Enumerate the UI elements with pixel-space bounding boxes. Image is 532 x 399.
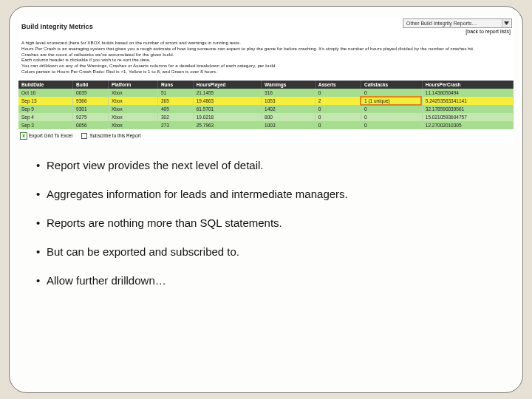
cell-text: 1 (1 unique) xyxy=(364,98,390,103)
cell: Oct 16 xyxy=(18,89,73,97)
cell: 19.0218 xyxy=(193,113,261,121)
cell: 9275 xyxy=(73,113,109,121)
cell: 273 xyxy=(157,121,193,129)
col-warnings[interactable]: Warnings xyxy=(262,81,316,89)
cell: 19.4863 xyxy=(193,97,261,105)
col-hoursplayed[interactable]: HoursPlayed xyxy=(193,81,261,89)
col-asserts[interactable]: Asserts xyxy=(315,81,361,89)
subscribe-icon xyxy=(81,133,87,139)
col-platform[interactable]: Platform xyxy=(108,81,157,89)
cell: 405 xyxy=(157,105,193,113)
report-screenshot: Build Integrity Metrics Other Build Inte… xyxy=(18,17,514,143)
cell: 0 xyxy=(315,121,361,129)
desc-line: A high-level scorecard (here for XBOX bu… xyxy=(21,40,511,46)
cell: 15.0210593604757 xyxy=(422,113,513,121)
report-description: A high-level scorecard (here for XBOX bu… xyxy=(18,35,514,78)
cell: 9366 xyxy=(73,97,109,105)
cell: 302 xyxy=(157,113,193,121)
other-reports-dropdown[interactable]: Other Build Integrity Reports… xyxy=(403,18,512,28)
cell: 11.1438050494 xyxy=(422,89,513,97)
cell: 5.24253583341141 xyxy=(422,97,513,105)
cell: Xbox xyxy=(108,113,157,121)
report-header-right: Other Build Integrity Reports… [back to … xyxy=(403,18,512,34)
col-runs[interactable]: Runs xyxy=(157,81,193,89)
cell: 0 xyxy=(315,105,361,113)
desc-line: You can drilldown on any of the Warnings… xyxy=(21,63,511,69)
slide-frame: Build Integrity Metrics Other Build Inte… xyxy=(9,6,523,393)
cell: 0 xyxy=(361,113,423,121)
table-row[interactable]: Sep 13 9366 Xbox 265 19.4863 1053 2 1 (1… xyxy=(18,97,514,105)
cell: Xbox xyxy=(108,89,157,97)
back-to-report-lists-link[interactable]: [back to report lists] xyxy=(466,29,512,34)
cell: Sep 13 xyxy=(18,97,73,105)
col-builddate[interactable]: BuildDate xyxy=(18,81,73,89)
cell: Sep 4 xyxy=(18,113,73,121)
subscribe-label: Subscribe to this Report xyxy=(89,133,140,138)
desc-line: Each column header is clickable if you w… xyxy=(21,57,511,63)
cell: 0 xyxy=(315,113,361,121)
desc-line: Crashes are the count of callstacks we'v… xyxy=(21,52,511,58)
chevron-down-icon xyxy=(502,19,510,27)
bullet-item: Reports are nothing more than SQL statem… xyxy=(36,216,514,229)
cell: 0 xyxy=(361,89,423,97)
desc-line: Hours Per Crash is an averaging system t… xyxy=(21,46,511,52)
export-label: Export Grid To Excel xyxy=(29,133,72,138)
table-header-row: BuildDate Build Platform Runs HoursPlaye… xyxy=(18,81,514,89)
col-hpc[interactable]: HoursPerCrash xyxy=(422,81,513,89)
cell: 0056 xyxy=(73,121,109,129)
cell: Xbox xyxy=(108,97,157,105)
cell: 0035 xyxy=(73,89,109,97)
col-build[interactable]: Build xyxy=(73,81,109,89)
col-callstacks[interactable]: Callstacks xyxy=(361,81,423,89)
cell: Xbox xyxy=(108,121,157,129)
cell: 12.27002010305 xyxy=(422,121,513,129)
excel-icon: x xyxy=(20,132,27,140)
bullet-item: But can be exported and subscribed to. xyxy=(36,245,514,258)
cell: 21.1455 xyxy=(193,89,261,97)
cell: 0 xyxy=(361,105,423,113)
table-row[interactable]: Sep 9 9301 Xbox 405 61.5701 1402 0 0 32.… xyxy=(18,105,514,113)
cell: 61.5701 xyxy=(193,105,261,113)
cell: Sep 9 xyxy=(18,105,73,113)
dropdown-value: Other Build Integrity Reports… xyxy=(406,21,477,26)
cell-callstacks-highlighted[interactable]: 1 (1 unique) xyxy=(361,97,423,105)
table-row[interactable]: Sep 4 9275 Xbox 302 19.0218 800 0 0 15.0… xyxy=(18,113,514,121)
cell: 1402 xyxy=(262,105,316,113)
cell: 0 xyxy=(315,89,361,97)
report-title: Build Integrity Metrics xyxy=(21,23,93,30)
cell: 265 xyxy=(157,97,193,105)
bullet-item: Allow further drilldown… xyxy=(36,274,514,287)
report-header: Build Integrity Metrics Other Build Inte… xyxy=(18,17,514,35)
metrics-table: BuildDate Build Platform Runs HoursPlaye… xyxy=(18,81,514,129)
cell: 1053 xyxy=(262,97,316,105)
bullet-item: Report view provides the next level of d… xyxy=(36,159,514,171)
cell: 2 xyxy=(315,97,361,105)
cell: 800 xyxy=(262,113,316,121)
export-excel-link[interactable]: x Export Grid To Excel xyxy=(20,132,72,140)
desc-line: Colors pertain to Hours Per Crash Ratio:… xyxy=(21,69,511,75)
cell: 25.7963 xyxy=(193,121,261,129)
cell: 51 xyxy=(157,89,193,97)
slide-bullets: Report view provides the next level of d… xyxy=(18,159,514,287)
table-row[interactable]: Sep 3 0056 Xbox 273 25.7963 1003 0 0 12.… xyxy=(18,121,514,129)
cell: 9301 xyxy=(73,105,109,113)
subscribe-report-link[interactable]: Subscribe to this Report xyxy=(81,133,140,139)
cell: 1003 xyxy=(262,121,316,129)
cell: Xbox xyxy=(108,105,157,113)
bullet-item: Aggregates information for leads and int… xyxy=(36,188,514,200)
cell: 32.178590039561 xyxy=(422,105,513,113)
cell: Sep 3 xyxy=(18,121,73,129)
cell: 316 xyxy=(262,89,316,97)
table-row[interactable]: Oct 16 0035 Xbox 51 21.1455 316 0 0 11.1… xyxy=(18,89,514,97)
cell: 0 xyxy=(361,121,423,129)
report-footer: x Export Grid To Excel Subscribe to this… xyxy=(18,129,514,143)
